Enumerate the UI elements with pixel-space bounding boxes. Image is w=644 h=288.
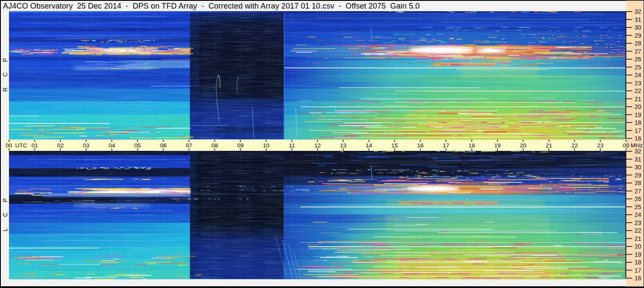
- svg-text:P: P: [2, 198, 9, 202]
- svg-text:13: 13: [340, 142, 346, 149]
- svg-text:AJ4CO Observatory 25 Dec 2014: AJ4CO Observatory 25 Dec 2014 - DPS on T…: [3, 2, 419, 10]
- svg-text:19: 19: [494, 142, 500, 149]
- svg-text:20: 20: [635, 103, 641, 110]
- svg-text:23: 23: [635, 80, 641, 87]
- svg-text:17: 17: [443, 142, 449, 149]
- svg-text:29: 29: [635, 32, 641, 39]
- svg-text:18: 18: [635, 259, 641, 266]
- svg-text:24: 24: [635, 211, 641, 218]
- svg-text:07: 07: [186, 142, 192, 149]
- svg-text:10: 10: [263, 142, 269, 149]
- svg-text:24: 24: [635, 72, 641, 78]
- svg-text:P: P: [2, 58, 9, 62]
- svg-text:22: 22: [635, 227, 641, 234]
- svg-text:18: 18: [468, 142, 475, 149]
- svg-text:16: 16: [635, 135, 641, 142]
- svg-text:25: 25: [635, 204, 641, 210]
- svg-text:27: 27: [635, 48, 641, 55]
- svg-text:06: 06: [160, 142, 166, 149]
- svg-text:19: 19: [635, 251, 641, 258]
- svg-text:09: 09: [237, 142, 243, 149]
- svg-text:14: 14: [365, 142, 372, 149]
- svg-text:C: C: [2, 72, 9, 77]
- svg-text:20: 20: [520, 142, 526, 149]
- svg-text:00 UTC: 00 UTC: [6, 142, 27, 149]
- svg-text:17: 17: [635, 267, 641, 274]
- svg-text:C: C: [2, 213, 9, 217]
- svg-text:17: 17: [635, 127, 641, 134]
- svg-text:02: 02: [57, 142, 63, 149]
- svg-text:23: 23: [635, 219, 641, 226]
- svg-text:04: 04: [108, 142, 115, 149]
- svg-text:08: 08: [211, 142, 218, 149]
- svg-text:23: 23: [597, 142, 603, 149]
- svg-text:20: 20: [635, 243, 641, 250]
- svg-text:22: 22: [635, 87, 641, 94]
- svg-text:16: 16: [417, 142, 423, 149]
- svg-text:29: 29: [635, 172, 641, 179]
- svg-text:16: 16: [635, 275, 641, 282]
- svg-text:31: 31: [635, 156, 641, 163]
- svg-text:18: 18: [635, 119, 641, 126]
- svg-text:27: 27: [635, 188, 641, 195]
- svg-text:28: 28: [635, 180, 641, 186]
- svg-text:21: 21: [635, 96, 641, 102]
- svg-text:11: 11: [289, 142, 295, 149]
- svg-text:00: 00: [623, 142, 629, 149]
- svg-text:19: 19: [635, 111, 641, 118]
- svg-text:32: 32: [635, 148, 641, 155]
- svg-text:22: 22: [571, 142, 578, 149]
- svg-text:25: 25: [635, 64, 641, 71]
- svg-text:21: 21: [635, 235, 641, 242]
- svg-text:01: 01: [31, 142, 38, 149]
- svg-text:26: 26: [635, 195, 641, 202]
- svg-text:03: 03: [83, 142, 89, 149]
- svg-text:15: 15: [391, 142, 398, 149]
- svg-text:21: 21: [545, 142, 552, 149]
- svg-text:28: 28: [635, 40, 641, 47]
- svg-text:30: 30: [635, 164, 641, 171]
- svg-text:30: 30: [635, 24, 641, 31]
- svg-text:R: R: [2, 87, 9, 92]
- svg-text:12: 12: [314, 142, 321, 149]
- svg-text:05: 05: [134, 142, 141, 149]
- svg-text:L: L: [2, 228, 9, 231]
- svg-text:31: 31: [635, 16, 641, 23]
- svg-text:26: 26: [635, 56, 641, 63]
- svg-text:32: 32: [635, 8, 641, 15]
